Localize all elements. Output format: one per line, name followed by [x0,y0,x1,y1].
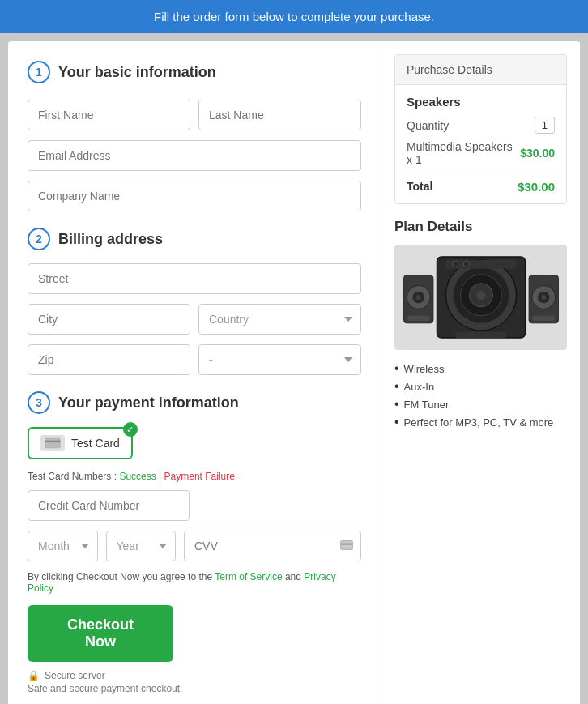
item-price-row: Multimedia Speakers x 1 $30.00 [407,140,555,166]
test-card-separator: | [156,471,164,482]
zip-state-row: - [28,344,361,375]
svg-rect-0 [45,438,60,448]
terms-middle: and [283,571,305,582]
svg-point-22 [463,261,469,267]
feature-item: Perfect for MP3, PC, TV & more [394,415,567,429]
page-wrapper: Fill the order form below to complete yo… [0,0,588,704]
month-select[interactable]: Month [28,531,98,561]
svg-rect-13 [532,316,554,321]
email-input[interactable] [28,140,361,171]
item-price: $30.00 [520,147,555,160]
company-row [28,181,361,211]
section1-header: 1 Your basic information [28,61,361,83]
svg-rect-8 [407,316,429,321]
svg-point-19 [476,291,485,300]
lock-icon: 🔒 [28,670,40,681]
section2-header: 2 Billing address [28,228,361,250]
svg-rect-1 [45,441,60,443]
terms-text: By clicking Checkout Now you agree to th… [28,571,361,594]
card-label: Test Card [71,437,120,450]
feature-list: WirelessAux-InFM TunerPerfect for MP3, P… [394,361,567,429]
total-label: Total [407,180,432,194]
purchase-details-box: Purchase Details Speakers Quantity 1 Mul… [394,54,567,204]
terms-link[interactable]: Term of Service [215,571,282,582]
street-input[interactable] [28,263,361,294]
cvv-wrapper [184,531,361,561]
section1-title: Your basic information [58,64,216,81]
card-icon [40,435,65,451]
section3-title: Your payment information [58,395,239,412]
name-row [28,100,361,130]
test-card-info: Test Card Numbers : Success | Payment Fa… [28,471,361,482]
plan-details-title: Plan Details [394,219,567,235]
purchase-details-header: Purchase Details [395,55,566,85]
card-check-icon: ✓ [123,422,138,437]
cvv-card-icon [340,539,353,553]
banner-text: Fill the order form below to complete yo… [154,10,434,23]
total-row: Total $30.00 [407,173,555,194]
email-row [28,140,361,171]
quantity-value: 1 [535,117,555,134]
svg-rect-3 [341,543,353,545]
test-card-prefix: Test Card Numbers : [28,471,119,482]
main-content: 1 Your basic information 2 Billing addre… [8,41,580,704]
safe-text: Safe and secure payment checkout. [28,683,361,694]
zip-input[interactable] [28,344,190,375]
purchase-details-body: Speakers Quantity 1 Multimedia Speakers … [395,85,566,203]
section2-number: 2 [28,228,50,250]
quantity-row: Quantity 1 [407,117,555,134]
svg-point-21 [452,261,458,267]
checkout-button[interactable]: Checkout Now [28,605,173,662]
top-banner: Fill the order form below to complete yo… [0,0,588,33]
feature-item: Wireless [394,361,567,376]
product-name: Speakers [407,95,555,109]
svg-rect-23 [455,332,507,338]
street-row [28,263,361,294]
cc-number-input[interactable] [28,490,190,521]
feature-item: FM Tuner [394,397,567,412]
secure-label: Secure server [45,670,105,681]
left-panel: 1 Your basic information 2 Billing addre… [8,41,381,704]
svg-point-7 [416,295,420,299]
card-option[interactable]: Test Card ✓ [28,427,133,459]
city-input[interactable] [28,304,190,335]
section1-number: 1 [28,61,50,83]
speaker-image [394,245,567,350]
total-price: $30.00 [518,180,555,194]
section3-number: 3 [28,391,50,414]
secure-text: 🔒 Secure server [28,670,361,681]
svg-point-12 [541,295,545,299]
terms-prefix: By clicking Checkout Now you agree to th… [28,571,215,582]
state-select[interactable]: - [198,344,361,375]
test-card-success-link[interactable]: Success [119,471,156,482]
section2-title: Billing address [58,231,163,248]
year-select[interactable]: Year [106,531,177,561]
city-country-row: Country [28,304,361,335]
first-name-input[interactable] [28,100,190,130]
item-label: Multimedia Speakers x 1 [407,140,520,166]
quantity-label: Quantity [407,119,449,132]
test-card-failure-link[interactable]: Payment Failure [164,471,235,482]
cc-number-row [28,490,361,521]
company-input[interactable] [28,181,361,211]
date-cvv-row: Month Year [28,531,361,561]
cvv-input[interactable] [184,531,361,561]
feature-item: Aux-In [394,379,567,394]
section3-header: 3 Your payment information [28,391,361,414]
last-name-input[interactable] [198,100,361,130]
country-select[interactable]: Country [198,304,361,335]
right-panel: Purchase Details Speakers Quantity 1 Mul… [381,41,580,704]
